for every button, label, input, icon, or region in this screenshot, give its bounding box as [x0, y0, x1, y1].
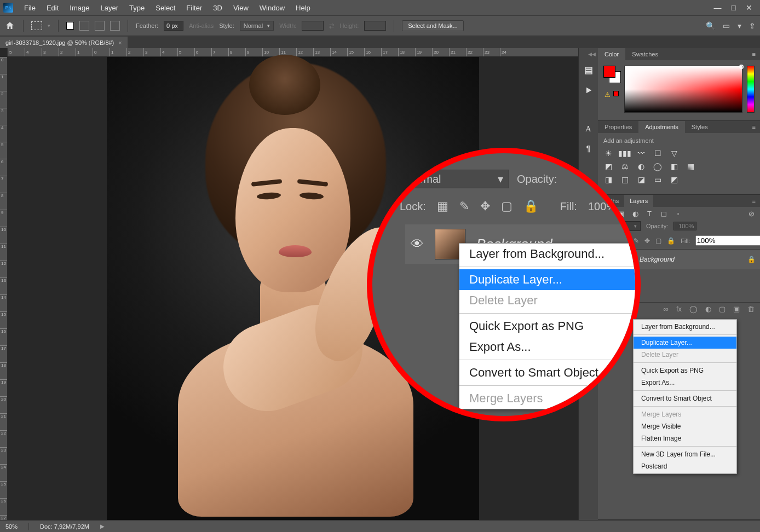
ctx-new-3d-layer-from-file[interactable]: New 3D Layer from File...: [634, 448, 736, 460]
doc-size[interactable]: Doc: 7,92M/7,92M: [40, 523, 89, 530]
search-icon[interactable]: 🔍: [706, 21, 715, 30]
play-icon[interactable]: [583, 84, 595, 96]
status-menu-icon[interactable]: ▶: [100, 523, 105, 529]
add-selection-icon[interactable]: [79, 21, 89, 31]
marquee-tool-icon[interactable]: [31, 21, 42, 30]
history-icon[interactable]: [583, 65, 595, 77]
color-swatch-fg-bg[interactable]: [603, 66, 619, 85]
home-icon[interactable]: [4, 20, 15, 31]
adjustments-panel-menu-icon[interactable]: ≡: [748, 121, 760, 133]
group-icon[interactable]: ▢: [719, 305, 726, 313]
feather-input[interactable]: [164, 21, 183, 31]
ctx-duplicate-layer[interactable]: Duplicate Layer...: [459, 269, 641, 290]
gradient-map-icon[interactable]: ▭: [653, 175, 663, 184]
close-button[interactable]: ✕: [746, 3, 752, 12]
tab-properties[interactable]: Properties: [598, 121, 638, 133]
gamut-warning-icon[interactable]: ⚠: [604, 91, 611, 99]
selective-color-icon[interactable]: ◩: [669, 175, 679, 184]
color-panel-menu-icon[interactable]: ≡: [748, 48, 760, 60]
zoom-lock-artboard-icon[interactable]: ▢: [501, 199, 513, 213]
menu-type[interactable]: Type: [124, 1, 150, 15]
opacity-input[interactable]: [673, 222, 696, 230]
minimize-button[interactable]: —: [714, 3, 722, 12]
hue-saturation-icon[interactable]: ◩: [603, 161, 613, 171]
channel-mixer-icon[interactable]: ◧: [669, 161, 679, 171]
color-lookup-icon[interactable]: ▦: [686, 161, 695, 171]
threshold-icon[interactable]: ◪: [636, 175, 646, 184]
menu-file[interactable]: File: [19, 1, 41, 15]
curves-icon[interactable]: 〰: [636, 148, 646, 158]
ctx-export-as[interactable]: Export As...: [634, 377, 736, 389]
menu-select[interactable]: Select: [150, 1, 181, 15]
ctx-merge-visible[interactable]: Merge Visible: [634, 420, 736, 432]
ctx-export-as[interactable]: Export As...: [459, 337, 641, 357]
paragraph-panel-icon[interactable]: ¶: [583, 142, 595, 154]
ctx-layer-from-background[interactable]: Layer from Background...: [634, 321, 736, 333]
ctx-flatten-image[interactable]: Flatten Image: [634, 432, 736, 444]
filter-type-icon[interactable]: T: [645, 209, 654, 218]
filter-shape-icon[interactable]: ◻: [659, 209, 668, 218]
photo-filter-icon[interactable]: ◯: [653, 161, 663, 171]
menu-layer[interactable]: Layer: [95, 1, 124, 15]
menu-view[interactable]: View: [228, 1, 254, 15]
new-layer-icon[interactable]: ▣: [733, 305, 740, 313]
lock-artboard-icon[interactable]: ▢: [655, 236, 661, 245]
close-tab-icon[interactable]: ×: [118, 39, 122, 46]
document-tab[interactable]: girl-3033718_1920.jpg @ 50% (RGB/8#) ×: [0, 37, 128, 48]
menu-edit[interactable]: Edit: [41, 1, 64, 15]
menu-filter[interactable]: Filter: [181, 1, 208, 15]
lock-all-icon[interactable]: 🔒: [667, 236, 675, 245]
delete-layer-icon[interactable]: 🗑: [747, 305, 755, 313]
menu-image[interactable]: Image: [64, 1, 95, 15]
levels-icon[interactable]: ▮▮▮: [620, 148, 630, 158]
foreground-color-swatch[interactable]: [603, 66, 615, 78]
color-spectrum[interactable]: [624, 66, 742, 113]
ctx-quick-export-as-png[interactable]: Quick Export as PNG: [459, 316, 641, 337]
filter-adjustment-icon[interactable]: ◐: [631, 209, 640, 218]
brightness-contrast-icon[interactable]: ☀: [603, 148, 613, 158]
tab-adjustments[interactable]: Adjustments: [638, 121, 685, 133]
intersect-selection-icon[interactable]: [110, 21, 120, 31]
menu-3d[interactable]: 3D: [208, 1, 228, 15]
color-balance-icon[interactable]: ⚖: [620, 161, 630, 171]
hue-slider[interactable]: [747, 66, 755, 113]
tab-swatches[interactable]: Swatches: [625, 48, 665, 60]
select-and-mask-button[interactable]: Select and Mask...: [402, 20, 464, 31]
ctx-quick-export-as-png[interactable]: Quick Export as PNG: [634, 365, 736, 377]
zoom-lock-transparency-icon[interactable]: ▦: [437, 199, 448, 213]
menu-help[interactable]: Help: [290, 1, 316, 15]
layer-mask-icon[interactable]: ◯: [689, 305, 698, 313]
menu-window[interactable]: Window: [254, 1, 290, 15]
exposure-icon[interactable]: ☐: [653, 148, 663, 158]
adjustment-layer-icon[interactable]: ◐: [705, 305, 711, 313]
gamut-color-swatch[interactable]: [613, 91, 619, 96]
black-white-icon[interactable]: ◐: [636, 161, 646, 171]
share-icon[interactable]: ⇪: [749, 21, 756, 30]
link-layers-icon[interactable]: ∞: [664, 305, 669, 313]
zoom-lock-position-icon[interactable]: ✥: [480, 199, 490, 213]
invert-icon[interactable]: ◨: [603, 175, 613, 184]
ctx-layer-from-background[interactable]: Layer from Background...: [459, 244, 641, 264]
vibrance-icon[interactable]: ▽: [669, 148, 679, 158]
expand-panels-icon[interactable]: ◀◀: [588, 51, 598, 57]
ctx-convert-to-smart-object[interactable]: Convert to Smart Object: [634, 392, 736, 404]
lock-position-icon[interactable]: ✥: [644, 236, 650, 245]
filter-toggle-icon[interactable]: ⊘: [747, 209, 756, 218]
zoom-layer-visibility-icon[interactable]: 👁: [411, 236, 424, 252]
new-selection-icon[interactable]: [66, 22, 74, 30]
fill-input[interactable]: [695, 235, 760, 246]
subtract-selection-icon[interactable]: [95, 21, 105, 31]
maximize-button[interactable]: □: [732, 3, 736, 12]
layer-name[interactable]: Background: [640, 256, 742, 263]
posterize-icon[interactable]: ◫: [620, 175, 630, 184]
character-panel-icon[interactable]: A: [583, 123, 595, 135]
tab-color[interactable]: Color: [598, 48, 625, 60]
tab-layers[interactable]: Layers: [624, 195, 653, 207]
filter-smartobject-icon[interactable]: ▫: [673, 209, 682, 218]
layers-panel-menu-icon[interactable]: ≡: [748, 195, 760, 207]
workspace-menu-icon[interactable]: ▾: [738, 21, 741, 30]
zoom-lock-pixels-icon[interactable]: ✎: [459, 199, 469, 213]
style-dropdown[interactable]: Normal▾: [240, 21, 274, 31]
ctx-postcard[interactable]: Postcard: [634, 460, 736, 472]
tab-styles[interactable]: Styles: [685, 121, 715, 133]
